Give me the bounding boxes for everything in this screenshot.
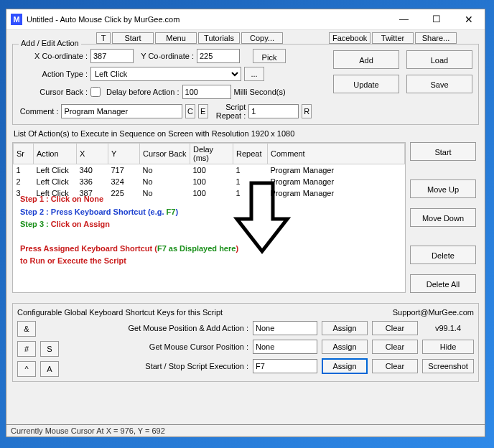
share-button[interactable]: Share... bbox=[415, 32, 457, 44]
shortcut3-input[interactable] bbox=[253, 359, 317, 373]
x-input[interactable] bbox=[90, 49, 134, 63]
hide-button[interactable]: Hide bbox=[422, 340, 474, 354]
table-row[interactable]: 1Left Click340717No1001Program Manager bbox=[14, 164, 405, 177]
action-list[interactable]: Sr Action X Y Cursor Back Delay (ms) Rep… bbox=[12, 142, 406, 293]
screenshot-button[interactable]: Screenshot bbox=[422, 359, 474, 373]
load-button[interactable]: Load bbox=[406, 50, 472, 69]
list-label: List Of Action(s) to Execute in Sequence… bbox=[14, 129, 477, 138]
app-icon: M bbox=[11, 14, 22, 25]
col-y[interactable]: Y bbox=[108, 144, 140, 164]
titlebar: M Untitled - Auto Mouse Click by MurGee.… bbox=[6, 9, 485, 30]
add-edit-legend: Add / Edit Action bbox=[19, 39, 81, 47]
tutorials-button[interactable]: Tutorials bbox=[198, 32, 240, 44]
add-edit-fieldset: Add / Edit Action X Co-ordinate : Y Co-o… bbox=[12, 44, 479, 125]
script-repeat-label: Script Repeat : bbox=[215, 103, 246, 120]
pick-button[interactable]: Pick bbox=[253, 49, 286, 63]
shortcut-fieldset: Configurable Global Keyboard Shortcut Ke… bbox=[12, 303, 479, 382]
caret-key[interactable]: ^ bbox=[17, 361, 36, 377]
shortcut2-input[interactable] bbox=[253, 340, 317, 354]
version-label: v99.1.4 bbox=[422, 324, 474, 332]
support-link[interactable]: Support@MurGee.com bbox=[393, 308, 474, 317]
delay-input[interactable] bbox=[182, 85, 231, 99]
col-repeat[interactable]: Repeat bbox=[233, 144, 268, 164]
comment-label: Comment : bbox=[17, 107, 58, 116]
assign3-button[interactable]: Assign bbox=[322, 358, 368, 374]
table-row[interactable]: 2Left Click336324No1001Program Manager bbox=[14, 176, 405, 187]
menu-button[interactable]: Menu bbox=[155, 32, 197, 44]
assign1-button[interactable]: Assign bbox=[322, 321, 368, 335]
cursor-back-label: Cursor Back : bbox=[17, 88, 88, 96]
col-action[interactable]: Action bbox=[34, 144, 77, 164]
status-bar: Currently Mouse Cursor At X = 976, Y = 6… bbox=[6, 425, 485, 437]
close-button[interactable]: ✕ bbox=[452, 11, 485, 27]
e-button[interactable]: E bbox=[198, 104, 208, 118]
shortcut2-label: Get Mouse Cursor Position : bbox=[65, 342, 248, 351]
start-button-top[interactable]: Start bbox=[112, 32, 154, 44]
add-button[interactable]: Add bbox=[333, 50, 399, 69]
delete-button[interactable]: Delete bbox=[410, 246, 476, 264]
clear3-button[interactable]: Clear bbox=[372, 359, 418, 373]
hash-key[interactable]: # bbox=[17, 341, 36, 357]
update-button[interactable]: Update bbox=[333, 75, 399, 93]
cursor-back-check[interactable] bbox=[90, 87, 101, 97]
script-repeat-input[interactable] bbox=[248, 104, 299, 118]
facebook-button[interactable]: Facebook bbox=[329, 32, 370, 44]
minimize-button[interactable]: — bbox=[388, 11, 420, 27]
action-type-select[interactable]: Left Click bbox=[90, 67, 241, 81]
more-button[interactable]: ... bbox=[244, 67, 264, 81]
shortcut1-label: Get Mouse Position & Add Action : bbox=[65, 324, 248, 332]
save-button[interactable]: Save bbox=[406, 75, 472, 93]
action-type-label: Action Type : bbox=[17, 70, 88, 78]
c-button[interactable]: C bbox=[185, 104, 195, 118]
clear2-button[interactable]: Clear bbox=[372, 340, 418, 354]
y-input[interactable] bbox=[197, 49, 240, 63]
assign2-button[interactable]: Assign bbox=[322, 340, 368, 354]
s-key[interactable]: S bbox=[40, 341, 59, 357]
move-down-button[interactable]: Move Down bbox=[410, 208, 476, 227]
col-cursor-back[interactable]: Cursor Back bbox=[140, 144, 190, 164]
col-delay[interactable]: Delay (ms) bbox=[190, 144, 233, 164]
y-label: Y Co-ordinate : bbox=[136, 52, 194, 60]
delay-label: Delay before Action : bbox=[106, 88, 180, 96]
x-label: X Co-ordinate : bbox=[17, 52, 88, 60]
clear1-button[interactable]: Clear bbox=[372, 321, 418, 335]
move-up-button[interactable]: Move Up bbox=[410, 179, 476, 198]
instruction-overlay: Step 1 : Click on None Step 2 : Press Ke… bbox=[20, 193, 398, 268]
t-button[interactable]: T bbox=[96, 32, 111, 44]
delete-all-button[interactable]: Delete All bbox=[410, 274, 476, 293]
shortcut-legend: Configurable Global Keyboard Shortcut Ke… bbox=[17, 308, 223, 317]
a-key[interactable]: A bbox=[40, 361, 59, 377]
delay-unit: Milli Second(s) bbox=[234, 88, 286, 96]
comment-input[interactable] bbox=[61, 104, 182, 118]
window-title: Untitled - Auto Mouse Click by MurGee.co… bbox=[27, 15, 388, 24]
col-sr[interactable]: Sr bbox=[14, 144, 34, 164]
twitter-button[interactable]: Twitter bbox=[372, 32, 414, 44]
copy-button[interactable]: Copy... bbox=[241, 32, 283, 44]
maximize-button[interactable]: ☐ bbox=[420, 11, 452, 27]
r-button[interactable]: R bbox=[302, 104, 312, 118]
amp-key[interactable]: & bbox=[17, 321, 36, 337]
start-button[interactable]: Start bbox=[410, 142, 476, 161]
shortcut1-input[interactable] bbox=[253, 321, 317, 335]
col-comment[interactable]: Comment bbox=[268, 144, 405, 164]
col-x[interactable]: X bbox=[77, 144, 108, 164]
shortcut3-label: Start / Stop Script Execution : bbox=[65, 362, 248, 370]
